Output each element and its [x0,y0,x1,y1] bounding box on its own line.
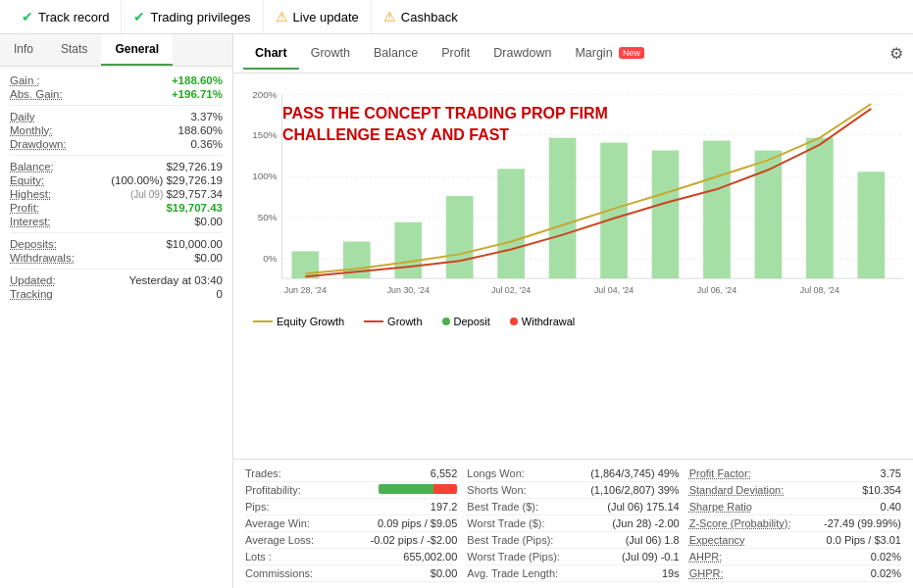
balance-label: Balance: [10,161,54,172]
best-trade-dollar-row: Best Trade ($): (Jul 06) 175.14 [467,499,679,515]
highest-row: Highest: (Jul 09) $29,757.34 [10,188,223,200]
svg-text:50%: 50% [258,212,278,222]
svg-text:Jun 30, '24: Jun 30, '24 [387,285,430,295]
legend-withdrawal: Withdrawal [510,316,575,327]
profit-label: Profit: [10,202,39,214]
tab-chart[interactable]: Chart [243,38,299,70]
monthly-row: Monthly: 188.60% [10,124,223,136]
right-panel: Chart Growth Balance Profit Drawdown Mar… [233,34,913,588]
profit-red-portion [433,484,457,494]
chart-area: PASS THE CONCEPT TRADING PROP FIRM CHALL… [233,74,913,459]
tab-profit[interactable]: Profit [430,38,482,70]
abs-gain-row: Abs. Gain: +196.71% [10,88,223,100]
trading-privileges-label: Trading privileges [150,10,250,24]
gain-row: Gain : +188.60% [10,74,223,86]
tab-general[interactable]: General [101,34,173,66]
updated-value: Yesterday at 03:40 [129,274,223,286]
sharpe-ratio-row: Sharpe Ratio 0.40 [689,499,901,515]
tab-balance[interactable]: Balance [362,38,430,70]
balance-value: $29,726.19 [166,161,223,172]
legend-row: Equity Growth Growth Deposit Withdrawal [243,312,903,331]
svg-text:200%: 200% [252,89,277,100]
tab-growth[interactable]: Growth [299,38,362,70]
interest-row: Interest: $0.00 [10,216,223,227]
tracking-value: 0 [217,288,223,300]
stats-col1: Trades: 6,552 Profitability: Pips: 197.2… [245,466,457,582]
svg-rect-15 [446,196,474,278]
deposits-value: $10,000.00 [166,238,223,250]
withdrawal-dot [510,318,518,325]
best-trade-pips-label: Best Trade (Pips): [467,534,553,546]
tab-info[interactable]: Info [0,34,47,66]
svg-rect-12 [291,251,319,278]
best-trade-dollar-value: (Jul 06) 175.14 [607,501,679,513]
worst-trade-dollar-value: (Jun 28) -2.00 [612,517,679,529]
avg-loss-label: Average Loss: [245,534,314,546]
svg-text:100%: 100% [252,171,277,181]
svg-rect-14 [394,222,422,278]
drawdown-label: Drawdown: [10,138,67,150]
tracking-row: Tracking 0 [10,288,223,300]
svg-text:0%: 0% [263,253,277,264]
tracking-label: Tracking [10,288,53,300]
tab-drawdown[interactable]: Drawdown [482,38,563,70]
lots-label: Lots : [245,551,272,563]
cashback-label: Cashback [401,10,458,24]
equity-growth-line [253,320,273,322]
std-dev-row: Standard Deviation: $10.354 [689,482,901,499]
track-record-item[interactable]: ✔ Track record [10,0,122,33]
warn-icon2: ⚠ [383,9,396,24]
legend-growth: Growth [364,316,422,327]
trades-value: 6,552 [431,467,458,479]
cashback-item[interactable]: ⚠ Cashback [372,0,470,33]
svg-rect-16 [497,169,525,278]
interest-label: Interest: [10,216,51,227]
svg-rect-17 [549,138,577,279]
tab-margin[interactable]: Margin New [563,38,656,70]
svg-text:Jul 06, '24: Jul 06, '24 [697,285,736,295]
best-trade-dollar-label: Best Trade ($): [467,501,538,513]
top-bar: ✔ Track record ✔ Trading privileges ⚠ Li… [0,0,913,34]
monthly-value: 188.60% [178,124,223,136]
svg-rect-19 [652,150,680,278]
ghpr-label: GHPR: [689,567,724,579]
worst-trade-dollar-row: Worst Trade ($): (Jun 28) -2.00 [467,515,679,532]
equity-label: Equity: [10,174,44,186]
zscore-label: Z-Score (Probability): [689,517,791,529]
avg-loss-value: -0.02 pips / -$2.00 [371,534,458,546]
commissions-value: $0.00 [431,567,458,579]
live-update-item[interactable]: ⚠ Live update [264,0,372,33]
filter-icon[interactable]: ⚙ [889,44,903,63]
monthly-label: Monthly: [10,124,52,136]
profit-factor-label: Profit Factor: [689,467,751,479]
gain-value: +188.60% [172,74,223,86]
svg-text:Jul 02, '24: Jul 02, '24 [491,285,531,295]
drawdown-value: 0.36% [190,138,223,150]
avg-trade-length-row: Avg. Trade Length: 19s [467,565,679,582]
trading-privileges-item[interactable]: ✔ Trading privileges [122,0,263,33]
commissions-row: Commissions: $0.00 [245,565,457,582]
sharpe-ratio-value: 0.40 [881,501,901,513]
avg-trade-length-value: 19s [662,567,680,579]
ahpr-row: AHPR: 0.02% [689,549,901,565]
chart-tabs-row: Chart Growth Balance Profit Drawdown Mar… [233,34,913,74]
longs-won-value: (1,864/3,745) 49% [590,467,680,479]
daily-row: Daily 3.37% [10,111,223,122]
expectancy-label: Expectancy [689,534,745,546]
worst-trade-pips-label: Worst Trade (Pips): [467,551,560,563]
best-trade-pips-row: Best Trade (Pips): (Jul 06) 1.8 [467,532,679,549]
legend-deposit: Deposit [442,316,490,327]
profit-factor-value: 3.75 [881,467,901,479]
left-panel: Info Stats General Gain : +188.60% Abs. … [0,34,233,588]
svg-rect-20 [703,141,731,279]
highest-date: (Jul 09) [130,189,163,200]
legend-withdrawal-label: Withdrawal [522,316,575,327]
pips-label: Pips: [245,501,269,513]
balance-row: Balance: $29,726.19 [10,161,223,172]
svg-text:150%: 150% [252,129,277,140]
svg-rect-18 [600,143,628,279]
profitability-row: Profitability: [245,482,457,499]
tab-stats[interactable]: Stats [47,34,101,66]
best-trade-pips-value: (Jul 06) 1.8 [626,534,680,546]
promo-text: PASS THE CONCEPT TRADING PROP FIRM CHALL… [282,103,608,147]
